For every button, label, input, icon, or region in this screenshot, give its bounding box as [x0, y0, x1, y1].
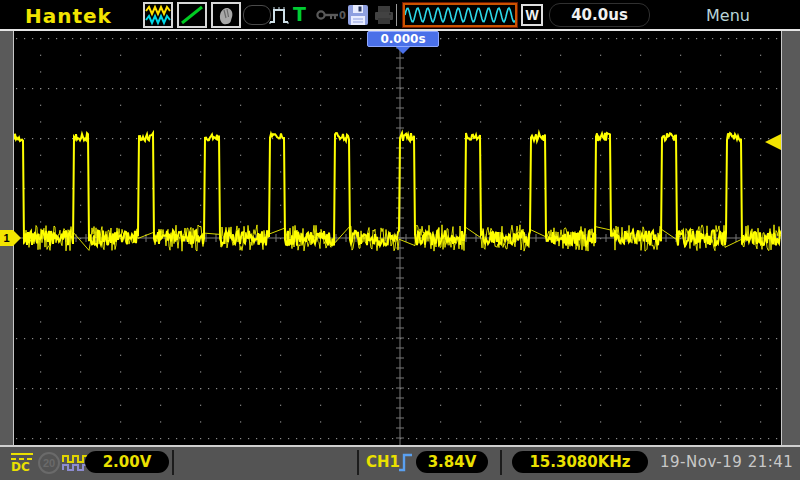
ch1-zero-marker-arrow-icon: [13, 230, 21, 246]
empty-slot: [243, 5, 271, 25]
waveform-preview: [403, 3, 517, 27]
right-margin: [781, 31, 800, 445]
hand-icon[interactable]: [211, 2, 241, 28]
key-lock-icon: 0: [316, 8, 346, 26]
top-bar: Hantek T: [0, 0, 800, 30]
separator: [357, 450, 359, 475]
top-separator: [396, 4, 397, 26]
measure-line-icon[interactable]: [177, 2, 207, 28]
pulse-trigger-icon[interactable]: [268, 5, 292, 29]
oscilloscope-screen: Hantek T: [0, 0, 800, 480]
volts-per-div-readout: 2.00V: [85, 451, 169, 473]
print-icon: [373, 4, 395, 30]
scope-svg: [14, 31, 781, 445]
trigger-level-marker-icon[interactable]: [765, 134, 781, 150]
channel-waves-icon[interactable]: [143, 2, 173, 28]
trigger-t-icon[interactable]: T: [293, 3, 306, 25]
trigger-position-badge[interactable]: 0.000s: [367, 31, 439, 47]
invert-waveform-icon: [62, 454, 88, 476]
timebase-readout: 40.0us: [549, 3, 650, 27]
separator: [500, 450, 502, 475]
trigger-slope-rising-icon: [398, 451, 414, 477]
dc-coupling-label: DC: [11, 460, 30, 474]
hantek-logo: Hantek: [25, 4, 112, 28]
ch1-label: CH1: [366, 453, 400, 471]
bottom-bar: DC 20 2.00V CH1 3.84V 15.3080KHz 19-Nov-…: [0, 447, 800, 480]
datetime-readout: 19-Nov-19 21:41: [660, 453, 793, 471]
trigger-position-arrow-icon: [396, 47, 410, 54]
graticule-area: [14, 31, 781, 445]
menu-label[interactable]: Menu: [706, 6, 750, 25]
window-zoom-icon[interactable]: W: [521, 4, 543, 26]
dc-coupling-icon: DC: [11, 451, 35, 475]
frequency-readout: 15.3080KHz: [512, 451, 648, 473]
separator: [172, 450, 174, 475]
save-icon[interactable]: [346, 3, 370, 31]
bandwidth-20m-icon: 20: [38, 452, 60, 474]
ch1-zero-marker[interactable]: 1: [0, 230, 13, 246]
trigger-level-readout: 3.84V: [416, 451, 488, 473]
svg-text:0: 0: [339, 10, 346, 21]
